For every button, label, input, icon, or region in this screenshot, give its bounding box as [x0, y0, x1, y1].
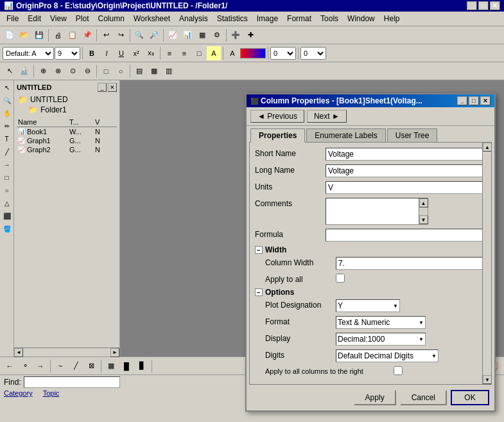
align-left-button[interactable]: ≡	[162, 46, 177, 60]
tool8-button[interactable]: ▦	[147, 64, 161, 78]
apply-button[interactable]: Apply	[354, 390, 396, 405]
comments-scrollbar[interactable]: ▲ ▼	[419, 198, 428, 224]
tree-untitled[interactable]: 📁 UNTITLED	[17, 94, 117, 105]
apply-cols-checkbox[interactable]	[394, 366, 403, 375]
scroll-right-button[interactable]: ►	[110, 348, 119, 357]
menu-help[interactable]: Help	[380, 13, 404, 24]
h-scrollbar[interactable]: ◄ ►	[14, 347, 119, 356]
italic-button[interactable]: I	[100, 46, 114, 60]
scroll-up-button[interactable]: ▲	[483, 143, 492, 152]
bt-btn2[interactable]: ⚬	[18, 359, 32, 373]
pan-tool[interactable]: ✋	[1, 107, 13, 119]
fill-color-button[interactable]: A	[207, 46, 221, 60]
tool9-button[interactable]: ▥	[162, 64, 176, 78]
scroll-down-button[interactable]: ▼	[483, 375, 492, 384]
comments-textarea[interactable]	[326, 198, 419, 224]
panel-minimize[interactable]: _	[98, 83, 107, 92]
line-tool[interactable]: ╱	[1, 146, 13, 157]
tool2-button[interactable]: ⊗	[51, 64, 65, 78]
draw-tool[interactable]: ✏	[1, 120, 13, 132]
menu-file[interactable]: File	[3, 13, 22, 24]
add-button[interactable]: ➕	[229, 28, 243, 42]
cursor-tool[interactable]: ↖	[1, 82, 13, 93]
close-button[interactable]: ✕	[490, 1, 500, 10]
text-tool[interactable]: T	[1, 133, 13, 145]
fill-tool[interactable]: 🪣	[1, 223, 13, 234]
menu-tools[interactable]: Tools	[317, 13, 342, 24]
tree-folder1[interactable]: 📁 Folder1	[27, 105, 117, 115]
paste-button[interactable]: 📌	[80, 28, 94, 42]
menu-image[interactable]: Image	[253, 13, 282, 24]
bt-btn3[interactable]: →	[33, 359, 48, 373]
v-scrollbar[interactable]: ▲ ▼	[482, 143, 491, 384]
units-input[interactable]	[326, 181, 486, 194]
menu-edit[interactable]: Edit	[24, 13, 45, 24]
open-button[interactable]: 📂	[17, 28, 31, 42]
font-family-select[interactable]: Default: A	[3, 47, 54, 60]
list-item[interactable]: 📈 Graph2 G... N	[17, 145, 117, 154]
tab-user-tree[interactable]: User Tree	[387, 128, 438, 142]
digits-dropdown[interactable]: Default Decimal Digits ▼	[336, 349, 439, 362]
tool6-button[interactable]: ○	[114, 64, 128, 78]
tool4-button[interactable]: ⊖	[80, 64, 94, 78]
zoom-in-button[interactable]: 🔍	[132, 28, 146, 42]
options-toggle[interactable]: −	[255, 288, 263, 296]
tool7-button[interactable]: ▤	[132, 64, 146, 78]
line-width-select[interactable]: 0	[270, 47, 296, 60]
align-center-button[interactable]: ≡	[177, 46, 191, 60]
ellipse-tool[interactable]: ○	[1, 184, 13, 196]
move-button[interactable]: ✚	[243, 28, 257, 42]
superscript-button[interactable]: x²	[129, 46, 143, 60]
list-item[interactable]: 📈 Graph1 G... N	[17, 136, 117, 145]
column-button[interactable]: ▦	[195, 28, 209, 42]
table-button[interactable]: 📊	[180, 28, 195, 42]
display-dropdown[interactable]: Decimal:1000 ▼	[336, 333, 426, 346]
plot-designation-dropdown[interactable]: Y ▼	[336, 299, 400, 312]
list-item[interactable]: 📊 Book1 W... N	[17, 127, 117, 136]
zoom-area-button[interactable]: 🔬	[17, 64, 31, 78]
formula-input[interactable]	[326, 229, 486, 242]
undo-button[interactable]: ↩	[99, 28, 113, 42]
cancel-button[interactable]: Cancel	[400, 390, 447, 405]
menu-analysis[interactable]: Analysis	[175, 13, 212, 24]
comments-scroll-up[interactable]: ▲	[419, 198, 428, 207]
menu-window[interactable]: Window	[343, 13, 379, 24]
next-button[interactable]: Next ►	[307, 110, 347, 123]
tool1-button[interactable]: ⊕	[36, 64, 50, 78]
width-toggle[interactable]: −	[255, 246, 263, 254]
region-tool[interactable]: ⬛	[1, 210, 13, 222]
dialog-maximize-button[interactable]: □	[469, 96, 479, 105]
poly-tool[interactable]: △	[1, 197, 13, 209]
zoom-out-button[interactable]: 🔎	[147, 28, 161, 42]
settings-button[interactable]: ⚙	[210, 28, 224, 42]
bt-btn6[interactable]: ⊠	[84, 359, 98, 373]
menu-column[interactable]: Column	[94, 13, 128, 24]
save-button[interactable]: 💾	[32, 28, 46, 42]
dialog-minimize-button[interactable]: _	[457, 96, 467, 105]
bt-btn1[interactable]: ←	[3, 359, 17, 373]
bold-button[interactable]: B	[85, 46, 99, 60]
scroll-left-button[interactable]: ◄	[14, 348, 23, 357]
dialog-close-button[interactable]: ✕	[480, 96, 491, 105]
tool3-button[interactable]: ⊙	[65, 64, 80, 78]
ok-button[interactable]: OK	[451, 390, 489, 405]
font-size-select[interactable]: 9	[55, 47, 80, 60]
arrow-tool[interactable]: →	[1, 159, 13, 170]
maximize-button[interactable]: □	[478, 1, 489, 10]
long-name-input[interactable]	[326, 164, 486, 177]
font-color-button[interactable]: A	[225, 46, 239, 60]
tool5-button[interactable]: □	[99, 64, 113, 78]
copy-button[interactable]: 📋	[65, 28, 80, 42]
rect-tool[interactable]: □	[1, 171, 13, 183]
menu-worksheet[interactable]: Worksheet	[130, 13, 174, 24]
pointer-button[interactable]: ↖	[3, 64, 17, 78]
format-dropdown[interactable]: Text & Numeric ▼	[336, 316, 426, 329]
zoom-tool[interactable]: 🔍	[1, 94, 13, 106]
comments-scroll-down[interactable]: ▼	[419, 215, 428, 224]
find-input[interactable]	[24, 376, 120, 388]
print-button[interactable]: 🖨	[51, 28, 65, 42]
subscript-button[interactable]: x₂	[144, 46, 158, 60]
column-width-input[interactable]	[336, 257, 486, 270]
graph-button[interactable]: 📈	[166, 28, 180, 42]
underline-button[interactable]: U	[114, 46, 128, 60]
